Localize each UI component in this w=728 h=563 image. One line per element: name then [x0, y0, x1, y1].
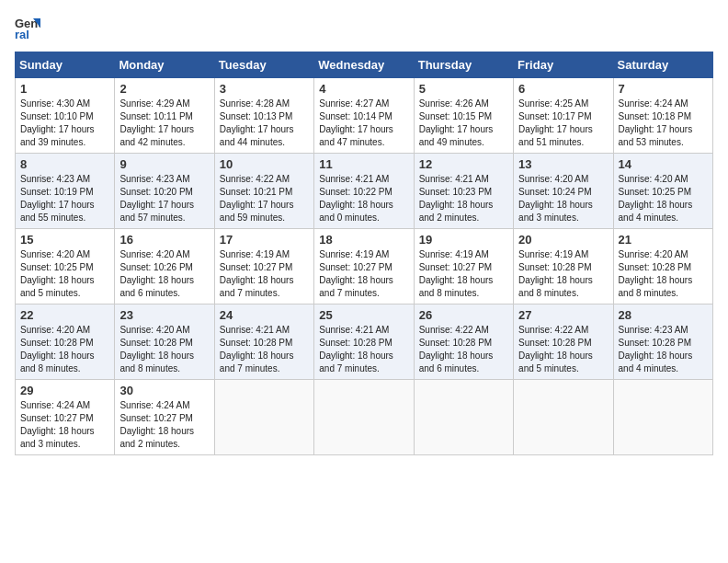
day-info: Sunrise: 4:25 AM Sunset: 10:17 PM Daylig…	[518, 98, 608, 149]
day-info: Sunrise: 4:21 AM Sunset: 10:23 PM Daylig…	[419, 173, 508, 224]
day-cell: 11Sunrise: 4:21 AM Sunset: 10:22 PM Dayl…	[314, 154, 414, 229]
weekday-header-wednesday: Wednesday	[314, 52, 414, 78]
day-number: 6	[518, 82, 608, 96]
day-info: Sunrise: 4:28 AM Sunset: 10:13 PM Daylig…	[220, 98, 309, 149]
day-info: Sunrise: 4:20 AM Sunset: 10:25 PM Daylig…	[619, 173, 708, 224]
week-row-1: 1Sunrise: 4:30 AM Sunset: 10:10 PM Dayli…	[16, 78, 713, 154]
day-cell: 7Sunrise: 4:24 AM Sunset: 10:18 PM Dayli…	[613, 78, 712, 154]
day-cell: 21Sunrise: 4:20 AM Sunset: 10:28 PM Dayl…	[613, 229, 712, 304]
day-info: Sunrise: 4:23 AM Sunset: 10:20 PM Daylig…	[119, 173, 209, 224]
day-cell: 4Sunrise: 4:27 AM Sunset: 10:14 PM Dayli…	[314, 78, 414, 154]
day-cell	[414, 380, 513, 455]
day-number: 14	[619, 157, 708, 171]
day-cell: 19Sunrise: 4:19 AM Sunset: 10:27 PM Dayl…	[414, 229, 513, 304]
day-cell	[314, 380, 414, 455]
weekday-header-thursday: Thursday	[414, 52, 513, 78]
day-number: 19	[419, 233, 508, 247]
day-info: Sunrise: 4:21 AM Sunset: 10:22 PM Daylig…	[319, 173, 408, 224]
day-number: 3	[220, 82, 309, 96]
day-number: 28	[619, 308, 708, 322]
day-number: 21	[619, 233, 708, 247]
day-cell: 6Sunrise: 4:25 AM Sunset: 10:17 PM Dayli…	[514, 78, 613, 154]
weekday-header-saturday: Saturday	[613, 52, 712, 78]
week-row-5: 29Sunrise: 4:24 AM Sunset: 10:27 PM Dayl…	[16, 380, 713, 455]
day-number: 22	[20, 308, 109, 322]
day-number: 13	[518, 157, 608, 171]
day-info: Sunrise: 4:20 AM Sunset: 10:28 PM Daylig…	[619, 248, 708, 300]
day-cell: 16Sunrise: 4:20 AM Sunset: 10:26 PM Dayl…	[115, 229, 214, 304]
day-info: Sunrise: 4:23 AM Sunset: 10:28 PM Daylig…	[619, 324, 708, 375]
weekday-header-row: SundayMondayTuesdayWednesdayThursdayFrid…	[16, 52, 713, 78]
day-cell	[214, 380, 313, 455]
day-cell: 28Sunrise: 4:23 AM Sunset: 10:28 PM Dayl…	[613, 304, 712, 380]
day-info: Sunrise: 4:20 AM Sunset: 10:24 PM Daylig…	[518, 173, 608, 224]
day-info: Sunrise: 4:19 AM Sunset: 10:28 PM Daylig…	[518, 248, 608, 300]
weekday-header-tuesday: Tuesday	[214, 52, 313, 78]
day-cell: 23Sunrise: 4:20 AM Sunset: 10:28 PM Dayl…	[115, 304, 214, 380]
day-info: Sunrise: 4:26 AM Sunset: 10:15 PM Daylig…	[419, 98, 508, 149]
day-number: 25	[319, 308, 408, 322]
day-info: Sunrise: 4:20 AM Sunset: 10:28 PM Daylig…	[20, 324, 109, 375]
day-number: 9	[119, 157, 209, 171]
week-row-3: 15Sunrise: 4:20 AM Sunset: 10:25 PM Dayl…	[16, 229, 713, 304]
day-info: Sunrise: 4:24 AM Sunset: 10:18 PM Daylig…	[619, 98, 708, 149]
day-number: 26	[419, 308, 508, 322]
weekday-header-friday: Friday	[514, 52, 613, 78]
day-number: 29	[20, 384, 109, 397]
weekday-header-sunday: Sunday	[16, 52, 115, 78]
week-row-4: 22Sunrise: 4:20 AM Sunset: 10:28 PM Dayl…	[16, 304, 713, 380]
day-cell: 10Sunrise: 4:22 AM Sunset: 10:21 PM Dayl…	[214, 154, 313, 229]
svg-text:ral: ral	[15, 28, 29, 40]
day-number: 5	[419, 82, 508, 96]
day-info: Sunrise: 4:24 AM Sunset: 10:27 PM Daylig…	[20, 399, 109, 451]
logo: Gene ral	[15, 15, 44, 40]
day-info: Sunrise: 4:27 AM Sunset: 10:14 PM Daylig…	[319, 98, 408, 149]
day-cell: 22Sunrise: 4:20 AM Sunset: 10:28 PM Dayl…	[16, 304, 115, 380]
day-number: 2	[119, 82, 209, 96]
day-cell: 9Sunrise: 4:23 AM Sunset: 10:20 PM Dayli…	[115, 154, 214, 229]
day-cell: 29Sunrise: 4:24 AM Sunset: 10:27 PM Dayl…	[16, 380, 115, 455]
day-info: Sunrise: 4:22 AM Sunset: 10:21 PM Daylig…	[220, 173, 309, 224]
day-number: 1	[20, 82, 109, 96]
day-number: 11	[319, 157, 408, 171]
day-info: Sunrise: 4:19 AM Sunset: 10:27 PM Daylig…	[319, 248, 408, 300]
day-cell: 15Sunrise: 4:20 AM Sunset: 10:25 PM Dayl…	[16, 229, 115, 304]
day-cell: 8Sunrise: 4:23 AM Sunset: 10:19 PM Dayli…	[16, 154, 115, 229]
day-number: 23	[119, 308, 209, 322]
day-number: 17	[220, 233, 309, 247]
day-number: 18	[319, 233, 408, 247]
day-cell	[514, 380, 613, 455]
day-number: 4	[319, 82, 408, 96]
day-info: Sunrise: 4:21 AM Sunset: 10:28 PM Daylig…	[220, 324, 309, 375]
weekday-header-monday: Monday	[115, 52, 214, 78]
day-cell: 24Sunrise: 4:21 AM Sunset: 10:28 PM Dayl…	[214, 304, 313, 380]
day-cell: 17Sunrise: 4:19 AM Sunset: 10:27 PM Dayl…	[214, 229, 313, 304]
day-number: 27	[518, 308, 608, 322]
day-number: 15	[20, 233, 109, 247]
day-cell: 20Sunrise: 4:19 AM Sunset: 10:28 PM Dayl…	[514, 229, 613, 304]
day-info: Sunrise: 4:19 AM Sunset: 10:27 PM Daylig…	[419, 248, 508, 300]
day-cell: 13Sunrise: 4:20 AM Sunset: 10:24 PM Dayl…	[514, 154, 613, 229]
day-number: 10	[220, 157, 309, 171]
day-number: 7	[619, 82, 708, 96]
day-info: Sunrise: 4:20 AM Sunset: 10:28 PM Daylig…	[119, 324, 209, 375]
day-cell: 27Sunrise: 4:22 AM Sunset: 10:28 PM Dayl…	[514, 304, 613, 380]
logo-icon: Gene ral	[15, 15, 40, 40]
day-cell: 26Sunrise: 4:22 AM Sunset: 10:28 PM Dayl…	[414, 304, 513, 380]
day-info: Sunrise: 4:22 AM Sunset: 10:28 PM Daylig…	[419, 324, 508, 375]
day-cell: 14Sunrise: 4:20 AM Sunset: 10:25 PM Dayl…	[613, 154, 712, 229]
week-row-2: 8Sunrise: 4:23 AM Sunset: 10:19 PM Dayli…	[16, 154, 713, 229]
day-info: Sunrise: 4:20 AM Sunset: 10:25 PM Daylig…	[20, 248, 109, 300]
day-info: Sunrise: 4:23 AM Sunset: 10:19 PM Daylig…	[20, 173, 109, 224]
day-cell: 1Sunrise: 4:30 AM Sunset: 10:10 PM Dayli…	[16, 78, 115, 154]
calendar-table: SundayMondayTuesdayWednesdayThursdayFrid…	[15, 52, 713, 455]
day-cell: 3Sunrise: 4:28 AM Sunset: 10:13 PM Dayli…	[214, 78, 313, 154]
day-info: Sunrise: 4:24 AM Sunset: 10:27 PM Daylig…	[119, 399, 209, 451]
day-number: 30	[119, 384, 209, 397]
day-cell: 18Sunrise: 4:19 AM Sunset: 10:27 PM Dayl…	[314, 229, 414, 304]
day-cell: 12Sunrise: 4:21 AM Sunset: 10:23 PM Dayl…	[414, 154, 513, 229]
day-number: 12	[419, 157, 508, 171]
day-info: Sunrise: 4:20 AM Sunset: 10:26 PM Daylig…	[119, 248, 209, 300]
day-info: Sunrise: 4:19 AM Sunset: 10:27 PM Daylig…	[220, 248, 309, 300]
day-info: Sunrise: 4:21 AM Sunset: 10:28 PM Daylig…	[319, 324, 408, 375]
